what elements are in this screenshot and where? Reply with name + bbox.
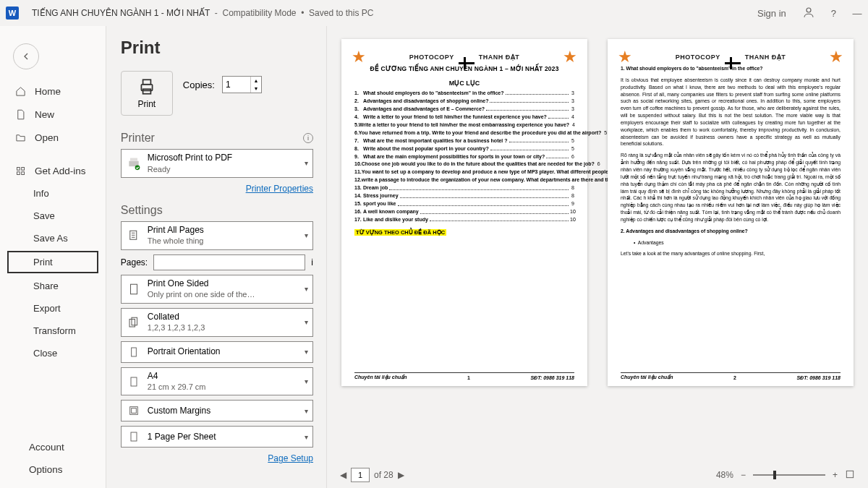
print-button[interactable]: Print [121, 71, 173, 116]
page-setup-link[interactable]: Page Setup [268, 453, 313, 463]
chevron-down-icon: ▾ [305, 377, 308, 385]
collate-dropdown[interactable]: Collated1,2,3 1,2,3 1,2,3 ▾ [121, 308, 313, 337]
back-button[interactable] [13, 43, 39, 69]
nav-print[interactable]: Print [7, 251, 98, 273]
nav-home[interactable]: Home [0, 80, 106, 103]
toc-item: 5.Write a letter to your friend to tell … [354, 121, 574, 128]
info-icon[interactable]: i [303, 133, 313, 143]
zoom-slider[interactable] [753, 474, 825, 476]
nav-export[interactable]: Export [0, 297, 106, 320]
print-heading: Print [121, 38, 313, 58]
next-page-button[interactable]: ▶ [398, 470, 404, 480]
copies-input[interactable] [223, 77, 250, 93]
toc-item: 4.Write a letter to your friend to tell … [354, 114, 574, 120]
toc-item: 9.What are the main employment possibili… [354, 153, 574, 160]
toc-item: 10.Choose one job would you like to do i… [354, 160, 574, 167]
body-paragraph: Rõ ràng là sự vắng mặt của nhân viên sẽ … [621, 152, 841, 223]
info-icon[interactable]: i [311, 257, 313, 267]
minimize-button[interactable]: — [852, 8, 862, 19]
chevron-down-icon: ▾ [305, 231, 308, 239]
print-preview: ★ ★ PHOTOCOPY THANH ĐẠT ĐỀ CƯƠNG TIẾNG A… [326, 26, 868, 488]
paper-size-dropdown[interactable]: A421 cm x 29.7 cm ▾ [121, 367, 313, 396]
toc-list: 1.What should employers do to "absenteei… [354, 90, 574, 223]
chevron-down-icon: ▾ [305, 433, 308, 441]
new-icon [14, 108, 26, 120]
zoom-label: 48% [716, 470, 733, 480]
nav-account[interactable]: Account [0, 436, 109, 458]
nav-options[interactable]: Options [0, 458, 109, 481]
star-icon: ★ [563, 48, 577, 67]
copies-label: Copies: [183, 80, 215, 90]
copies-down[interactable]: ▼ [251, 85, 261, 93]
account-avatar-icon[interactable] [802, 6, 815, 21]
chevron-down-icon: ▾ [305, 318, 308, 326]
zoom-out-button[interactable]: − [741, 470, 746, 480]
svg-rect-14 [132, 317, 137, 325]
word-icon: W [6, 7, 19, 20]
svg-point-10 [135, 165, 140, 170]
sheet-icon [126, 431, 142, 442]
svg-rect-2 [21, 167, 24, 170]
svg-rect-6 [142, 80, 150, 85]
printer-dropdown[interactable]: Microsoft Print to PDFReady ▾ [121, 149, 313, 178]
collate-icon [126, 316, 142, 329]
nav-transform[interactable]: Transform [0, 320, 106, 342]
star-icon: ★ [352, 48, 366, 67]
addins-icon [14, 165, 26, 176]
chevron-down-icon: ▾ [305, 159, 308, 167]
sides-dropdown[interactable]: Print One SidedOnly print on one side of… [121, 275, 313, 304]
printer-icon [137, 77, 156, 96]
nav-save[interactable]: Save [0, 205, 106, 227]
orientation-dropdown[interactable]: Portrait Orientation ▾ [121, 341, 313, 363]
svg-rect-4 [21, 171, 24, 174]
titlebar: W TIẾNG ANH CHUYÊN NGÀNH 1 - MỚI NHẤT - … [0, 0, 868, 26]
signin-button[interactable]: Sign in [757, 8, 786, 19]
toc-item: 17.Like and dislike your study10 [354, 216, 574, 223]
star-icon: ★ [829, 48, 843, 67]
fit-page-button[interactable] [845, 469, 855, 481]
nav-share[interactable]: Share [0, 275, 106, 297]
margins-dropdown[interactable]: Custom Margins ▾ [121, 400, 313, 421]
nav-info[interactable]: Info [0, 182, 106, 205]
body-paragraph: It is obvious that employee absenteeism … [621, 77, 841, 147]
print-range-dropdown[interactable]: Print All PagesThe whole thing ▾ [121, 221, 313, 250]
svg-rect-1 [17, 167, 20, 170]
chevron-down-icon: ▾ [305, 407, 308, 415]
prev-page-button[interactable]: ◀ [340, 470, 346, 480]
copies-up[interactable]: ▲ [251, 77, 261, 85]
printer-properties-link[interactable]: Printer Properties [246, 184, 313, 194]
one-sided-icon [126, 283, 142, 296]
toc-heading: MỤC LỤC [354, 80, 574, 87]
help-button[interactable]: ? [831, 8, 836, 19]
printer-device-icon [126, 156, 142, 171]
chevron-down-icon: ▾ [305, 348, 308, 356]
svg-rect-18 [131, 408, 136, 414]
svg-point-0 [807, 8, 811, 12]
chevron-down-icon: ▾ [305, 285, 308, 293]
nav-close[interactable]: Close [0, 342, 106, 364]
current-page-input[interactable] [351, 468, 370, 482]
page-navigator: ◀ of 28 ▶ [340, 468, 404, 482]
svg-rect-19 [131, 432, 137, 441]
preview-page-2: ★ ★ PHOTOCOPY THANH ĐẠT 1. What should e… [608, 39, 854, 386]
pages-input[interactable] [153, 254, 305, 270]
star-icon: ★ [618, 48, 632, 67]
pages-label: Pages: [121, 257, 148, 267]
home-icon [14, 85, 26, 97]
paper-icon [126, 376, 142, 388]
svg-rect-3 [17, 171, 20, 174]
vocab-heading: TỪ VỰNG THEO CHỦ ĐỀ ĐÃ HỌC [354, 229, 446, 236]
preview-page-1: ★ ★ PHOTOCOPY THANH ĐẠT ĐỀ CƯƠNG TIẾNG A… [341, 39, 587, 386]
svg-rect-20 [846, 471, 853, 477]
settings-section-label: Settings [121, 204, 163, 217]
svg-rect-9 [130, 158, 137, 160]
svg-rect-13 [129, 319, 135, 327]
nav-open[interactable]: Open [0, 126, 106, 149]
nav-addins[interactable]: Get Add-ins [0, 159, 106, 182]
nav-saveas[interactable]: Save As [0, 227, 106, 249]
zoom-in-button[interactable]: + [833, 470, 838, 480]
open-icon [14, 132, 26, 143]
pages-per-sheet-dropdown[interactable]: 1 Page Per Sheet ▾ [121, 426, 313, 448]
nav-new[interactable]: New [0, 103, 106, 126]
copies-spinner[interactable]: ▲▼ [222, 76, 262, 93]
